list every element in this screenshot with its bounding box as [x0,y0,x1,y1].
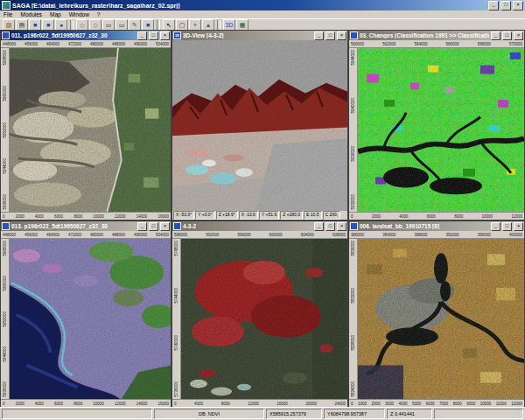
ruler-bottom: 0200040006000800010000120001400016000 [1,212,171,220]
label: 5952000 [3,122,7,138]
close-button[interactable]: × [337,222,346,231]
maximize-button[interactable]: □ [326,222,335,231]
label: E 10.5 [304,211,321,220]
window-titlebar[interactable]: 3D 3D-View [4-3-2] _ □ × [172,31,347,40]
app-close-button[interactable]: × [513,1,523,10]
label: 6000 [427,214,436,219]
window-titlebar[interactable]: 013. p196r022_5dt19950627_z32_30 _ □ × [1,221,171,231]
label: 11000 [496,402,507,406]
window-titlebar[interactable]: 03. Changes (Classification 1991 >> Clas… [349,31,524,40]
label: 5968000 [3,50,7,66]
label: 560000 [351,42,364,46]
label: 16000 [158,402,169,406]
label: 496000 [134,42,147,46]
label: 6000 [426,402,435,406]
view3d-canvas[interactable] [172,40,347,211]
window-title: 011. p196r022_5dt19950627_z32_30 [11,32,136,38]
label: 5960000 [3,276,7,291]
map-icon [2,32,10,39]
window-titlebar[interactable]: 011. p196r022_5dt19950627_z32_30 _ □ × [1,31,171,40]
label: 496000 [134,233,147,237]
label: 570000 [509,42,522,46]
map-canvas-432[interactable] [181,239,347,399]
map-canvas-classification[interactable] [358,48,524,212]
map-canvas-landsat-bb[interactable] [358,239,524,399]
minimize-button[interactable]: _ [314,32,324,40]
label: 0 [3,214,5,219]
close-button[interactable]: × [514,32,523,40]
label: 592000 [206,233,219,237]
saga-application-window: SAGA [E:\data\_lehre\kurs_raster\harz_sa… [0,0,525,420]
map-canvas-ndvi[interactable] [10,239,171,399]
menu-item[interactable]: Modules [20,11,42,18]
view3d-window[interactable]: 3D 3D-View [4-3-2] _ □ × [172,30,348,220]
ruler-bottom: 020004000600080001000012000 [349,212,524,220]
minimize-button[interactable]: _ [491,32,500,40]
label: 16000 [276,402,288,406]
status-db-panel: DB: NDVI [154,409,264,419]
label: 396000 [478,233,491,237]
label: 472000 [68,233,81,237]
label: 5828000 [351,335,355,351]
app-maximize-button[interactable]: □ [500,1,511,10]
app-minimize-button[interactable]: _ [488,1,499,10]
close-button[interactable]: × [160,222,170,231]
ruler-left: 59680005960000595200059440005936000 [1,239,10,399]
minimize-button[interactable]: _ [137,32,147,40]
view3d-icon: 3D [173,32,181,39]
label: 5936000 [3,382,7,397]
label: 380000 [351,233,364,237]
maximize-button[interactable]: □ [502,32,512,40]
minimize-button[interactable]: _ [314,222,324,231]
label: 480000 [90,42,103,46]
app-titlebar[interactable]: SAGA [E:\data\_lehre\kurs_raster\harz_sa… [0,0,525,10]
label: 480000 [90,233,103,237]
minimize-button[interactable]: _ [137,222,147,231]
minimize-button[interactable]: _ [491,222,500,231]
ruler-bottom: 04000800012000160002000024000 [172,399,347,407]
label: 8000 [74,402,82,406]
label: 472000 [68,42,81,46]
label: 5832000 [351,288,355,304]
urban-satellite-image [358,239,524,399]
maximize-button[interactable]: □ [149,222,158,231]
label: 0 [351,214,354,219]
menu-item[interactable]: ? [97,11,101,18]
window-titlebar[interactable]: 006. landsat_bb_19910715 [6] _ □ × [349,221,524,231]
map-window-landsat-bb[interactable]: 006. landsat_bb_19910715 [6] _ □ × 38000… [348,220,525,408]
close-button[interactable]: × [514,222,523,231]
menu-item[interactable]: Window [69,11,89,18]
maximize-button[interactable]: □ [326,32,335,40]
menu-item[interactable]: Map [50,11,61,18]
status-extra-panel [434,409,523,419]
label: 0 [174,402,177,406]
label: 504000 [156,42,169,46]
label: 12000 [511,402,522,406]
map-canvas-coast[interactable] [10,48,171,212]
label: 2000 [16,402,24,406]
maximize-button[interactable]: □ [149,32,158,40]
label: Z +280.0 [280,211,303,220]
label: 6000 [54,214,63,219]
map-window-classification[interactable]: 03. Changes (Classification 1991 >> Clas… [348,30,525,220]
label: X -13.6 [239,211,258,220]
label: 0 [3,402,5,406]
label: Z +18.9° [216,211,238,220]
view3d-statusbar: X -53.3°Y +0.0°Z +18.9°X -13.6Y +51.6Z +… [172,211,347,220]
ruler-left: 59680005960000595200059440005936000 [1,48,10,212]
label: 8000 [221,402,230,406]
window-titlebar[interactable]: 4-3-2 _ □ × [172,221,347,231]
label: 5824000 [351,382,355,397]
label: 5748000 [174,241,178,256]
close-button[interactable]: × [337,32,346,40]
label: 8000 [453,402,462,406]
map-window-ndvi-coast[interactable]: 013. p196r022_5dt19950627_z32_30 _ □ × 4… [0,220,172,408]
close-button[interactable]: × [160,32,170,40]
menu-item[interactable]: File [4,11,12,18]
map-window-coast-truecolor[interactable]: 011. p196r022_5dt19950627_z32_30 _ □ × 4… [0,30,172,220]
maximize-button[interactable]: □ [502,222,512,231]
ruler-top: 588000592000596000600000604000608000 [172,231,347,239]
false-color-coast-image [10,239,171,399]
map-window-432-composite[interactable]: 4-3-2 _ □ × 5880005920005960006000006040… [172,220,348,408]
window-title: 03. Changes (Classification 1991 >> Clas… [360,32,489,38]
